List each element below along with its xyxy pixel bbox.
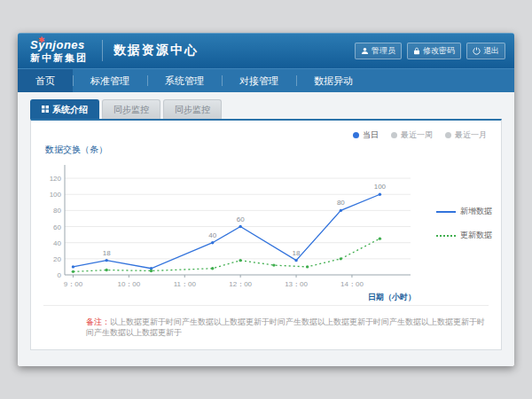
svg-text:120: 120: [50, 175, 62, 183]
user-icon: [361, 47, 369, 55]
change-password-label: 修改密码: [423, 45, 455, 57]
logo-cn-text: 新中新集团: [30, 53, 88, 63]
note-label: 备注：: [86, 317, 110, 326]
svg-text:14：00: 14：00: [340, 280, 364, 288]
legend-label: 新增数据: [460, 206, 492, 217]
tab-label: 同步监控: [113, 104, 149, 116]
tab-label: 同步监控: [175, 104, 210, 116]
range-option-last-month[interactable]: 最近一月: [445, 129, 487, 141]
tab-sync-monitor-1[interactable]: 同步监控: [102, 99, 160, 119]
svg-text:80: 80: [53, 207, 61, 215]
lock-icon: [413, 47, 420, 55]
admin-label: 管理员: [372, 45, 395, 57]
desktop-background: ✱ Synjones 新中新集团 数据资源中心 管理员 修改密码 退出: [0, 0, 532, 399]
logout-label: 退出: [483, 45, 499, 57]
logo-flower-icon: ✱: [38, 36, 45, 44]
line-chart: 0204060801001209：0010：0011：0012：0013：001…: [42, 160, 418, 305]
content-area: 系统介绍 同步监控 同步监控 当日 最近一周: [18, 92, 514, 366]
svg-text:日期（小时）: 日期（小时）: [368, 293, 416, 301]
note-text: 以上数据更新于时间产生数据以上数据更新于时间产生数据以上数据更新于时间产生数据以…: [86, 317, 485, 338]
legend-update-data[interactable]: 更新数据: [436, 230, 492, 241]
tab-label: 系统介绍: [52, 104, 88, 116]
logo: ✱ Synjones 新中新集团: [27, 39, 91, 63]
range-legend: 当日 最近一周 最近一月: [353, 129, 487, 141]
nav-item-data-changes[interactable]: 数据异动: [296, 69, 371, 92]
radio-dot-gray-icon: [445, 132, 451, 138]
radio-dot-gray-icon: [391, 132, 397, 138]
svg-text:11：00: 11：00: [174, 280, 197, 288]
svg-text:80: 80: [337, 199, 345, 207]
page-title: 数据资源中心: [113, 43, 199, 59]
nav-item-standard-mgmt[interactable]: 标准管理: [73, 69, 147, 92]
grid-icon: [42, 105, 49, 114]
tab-system-intro[interactable]: 系统介绍: [30, 99, 99, 119]
header-actions: 管理员 修改密码 退出: [355, 43, 505, 59]
svg-text:18: 18: [293, 249, 301, 257]
svg-text:60: 60: [53, 223, 61, 231]
svg-text:60: 60: [237, 215, 245, 223]
legend-label: 更新数据: [460, 230, 492, 241]
svg-text:20: 20: [53, 255, 61, 263]
series-legend: 新增数据 更新数据: [436, 206, 492, 241]
admin-button[interactable]: 管理员: [355, 43, 402, 59]
svg-text:100: 100: [50, 191, 62, 199]
legend-new-data[interactable]: 新增数据: [436, 206, 492, 217]
range-option-today[interactable]: 当日: [353, 129, 379, 141]
chart-panel: 当日 最近一周 最近一月 数据交换（条） 0204060801001209：00…: [30, 119, 502, 350]
nav-item-home[interactable]: 首页: [18, 69, 73, 92]
range-label: 当日: [363, 129, 379, 141]
logout-button[interactable]: 退出: [466, 43, 505, 59]
tab-bar: 系统介绍 同步监控 同步监控: [30, 99, 502, 119]
svg-text:0: 0: [58, 271, 62, 279]
svg-text:13：00: 13：00: [285, 280, 308, 288]
svg-text:40: 40: [53, 239, 61, 247]
logout-icon: [473, 47, 481, 55]
footnote: 备注：以上数据更新于时间产生数据以上数据更新于时间产生数据以上数据更新于时间产生…: [43, 305, 489, 342]
solid-line-icon: [436, 211, 456, 213]
header-divider: [102, 40, 103, 61]
range-option-last-week[interactable]: 最近一周: [391, 129, 433, 141]
range-label: 最近一周: [401, 129, 433, 141]
nav-item-system-mgmt[interactable]: 系统管理: [147, 69, 222, 92]
svg-text:10：00: 10：00: [117, 280, 140, 288]
svg-text:12：00: 12：00: [229, 280, 252, 288]
svg-text:9：00: 9：00: [64, 280, 83, 288]
svg-text:100: 100: [374, 183, 387, 191]
main-nav: 首页 标准管理 系统管理 对接管理 数据异动: [18, 68, 514, 92]
y-axis-title: 数据交换（条）: [45, 144, 107, 156]
app-header: ✱ Synjones 新中新集团 数据资源中心 管理员 修改密码 退出: [18, 33, 514, 68]
svg-text:18: 18: [103, 249, 111, 257]
tab-sync-monitor-2[interactable]: 同步监控: [163, 99, 222, 119]
svg-text:40: 40: [208, 231, 216, 239]
range-label: 最近一月: [455, 129, 487, 141]
dotted-line-icon: [436, 235, 456, 237]
radio-dot-blue-icon: [353, 132, 359, 138]
app-window: ✱ Synjones 新中新集团 数据资源中心 管理员 修改密码 退出: [18, 33, 514, 366]
change-password-button[interactable]: 修改密码: [407, 43, 461, 59]
nav-item-connection-mgmt[interactable]: 对接管理: [222, 69, 296, 92]
